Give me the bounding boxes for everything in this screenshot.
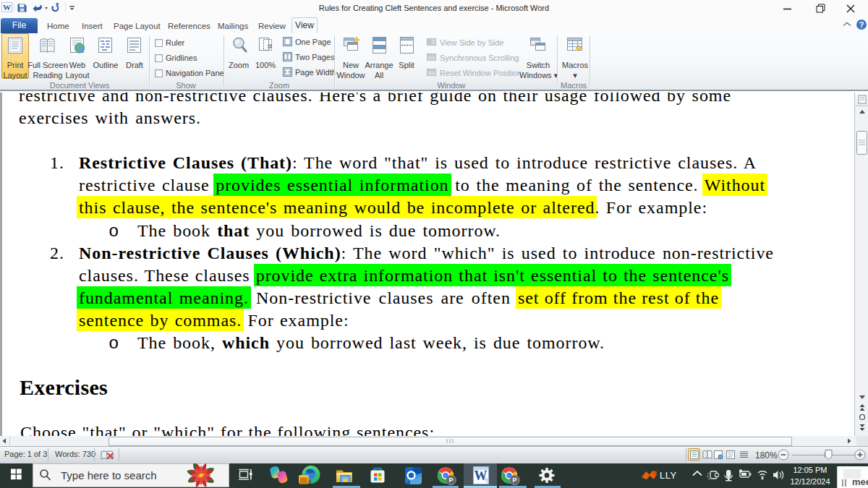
svg-text:P: P — [512, 476, 516, 484]
svg-text:W: W — [475, 468, 488, 483]
svg-text:P: P — [448, 476, 453, 484]
svg-text:W: W — [3, 3, 11, 12]
svg-text:?: ? — [859, 20, 864, 29]
